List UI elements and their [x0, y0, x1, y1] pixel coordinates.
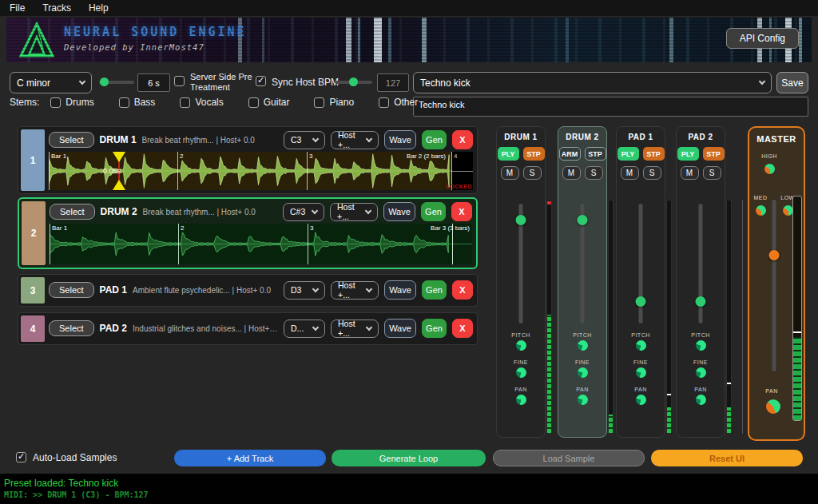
bpm-slider[interactable] — [336, 81, 372, 84]
solo-button[interactable]: S — [643, 166, 661, 180]
pan-knob[interactable] — [636, 395, 646, 405]
track-row[interactable]: 2 Select DRUM 2 Break beat rhythm... | H… — [18, 197, 478, 269]
generate-button[interactable]: Gen — [421, 202, 446, 221]
eq-high-knob[interactable] — [764, 164, 775, 174]
arm-button[interactable]: ARM — [559, 147, 581, 161]
wave-button[interactable]: Wave — [384, 280, 416, 300]
generate-button[interactable]: Gen — [422, 280, 447, 300]
stop-button[interactable]: STP — [523, 147, 545, 161]
mute-button[interactable]: M — [562, 166, 581, 180]
wave-button[interactable]: Wave — [384, 319, 416, 338]
track-color-tab[interactable]: 4 — [21, 315, 45, 342]
solo-button[interactable]: S — [523, 166, 542, 180]
track-color-tab[interactable]: 2 — [22, 201, 46, 265]
play-button[interactable]: PLY — [498, 147, 519, 161]
menu-tracks[interactable]: Tracks — [42, 2, 71, 14]
volume-fader[interactable] — [558, 204, 606, 323]
fader-thumb[interactable] — [636, 296, 646, 307]
api-config-button[interactable]: API Config — [726, 28, 799, 49]
track-select-button[interactable]: Select — [49, 320, 94, 336]
track-select-button[interactable]: Select — [50, 204, 95, 220]
fader-thumb[interactable] — [516, 215, 526, 225]
stem-piano-checkbox[interactable] — [314, 97, 324, 108]
duration-input[interactable] — [137, 73, 170, 92]
slider-thumb[interactable] — [349, 77, 358, 86]
server-side-checkbox[interactable] — [174, 76, 185, 86]
pan-knob[interactable] — [696, 395, 706, 405]
master-volume-fader[interactable] — [764, 200, 784, 371]
delete-track-button[interactable]: X — [451, 202, 472, 221]
note-select[interactable]: D3 — [284, 281, 325, 300]
generate-button[interactable]: Gen — [422, 130, 447, 149]
pitch-knob[interactable] — [578, 340, 588, 351]
sync-host-bpm-checkbox[interactable] — [256, 76, 266, 86]
stem-other[interactable]: Other — [379, 97, 418, 108]
generate-loop-button[interactable]: Generate Loop — [332, 450, 486, 466]
note-select[interactable]: D... — [284, 319, 325, 338]
track-row[interactable]: 1 Select DRUM 1 Break beat rhythm... | H… — [18, 126, 478, 194]
volume-fader[interactable] — [617, 204, 665, 323]
reset-ui-button[interactable]: Reset UI — [651, 450, 803, 466]
solo-button[interactable]: S — [703, 166, 721, 180]
fine-knob[interactable] — [696, 367, 706, 378]
wave-button[interactable]: Wave — [383, 202, 415, 221]
pan-knob[interactable] — [578, 395, 588, 405]
volume-fader[interactable] — [677, 204, 725, 323]
track-color-tab[interactable]: 1 — [21, 129, 45, 191]
track-select-button[interactable]: Select — [49, 132, 94, 148]
delete-track-button[interactable]: X — [452, 280, 473, 300]
add-track-button[interactable]: + Add Track — [174, 450, 326, 466]
auto-load-samples-checkbox[interactable] — [16, 452, 26, 462]
key-select[interactable]: C minor — [10, 72, 92, 93]
wave-button[interactable]: Wave — [384, 130, 416, 149]
load-sample-button[interactable]: Load Sample — [493, 450, 645, 466]
waveform-display[interactable]: Bar 1 2 3 Bar 3 (3 bars) — [50, 224, 472, 264]
track-row[interactable]: 3 Select PAD 1 Ambient flute psychedelic… — [18, 274, 478, 307]
playhead-top-icon[interactable] — [113, 152, 125, 162]
stem-bass-checkbox[interactable] — [119, 97, 129, 108]
play-button[interactable]: PLY — [677, 147, 699, 161]
stem-guitar[interactable]: Guitar — [248, 97, 290, 108]
note-select[interactable]: C3 — [284, 131, 325, 149]
playhead-bottom-icon[interactable] — [113, 180, 125, 190]
delete-track-button[interactable]: X — [452, 130, 473, 149]
generate-button[interactable]: Gen — [422, 319, 447, 338]
stem-vocals-checkbox[interactable] — [180, 97, 190, 108]
volume-fader[interactable] — [497, 204, 545, 323]
save-preset-button[interactable]: Save — [776, 72, 808, 93]
stop-button[interactable]: STP — [643, 147, 665, 161]
mute-button[interactable]: M — [501, 166, 519, 180]
preset-name-input[interactable] — [413, 97, 808, 117]
menu-help[interactable]: Help — [89, 2, 109, 14]
track-color-tab[interactable]: 3 — [21, 277, 45, 304]
stem-drums-checkbox[interactable] — [50, 97, 61, 108]
stem-piano[interactable]: Piano — [314, 97, 354, 108]
menu-file[interactable]: File — [10, 2, 25, 14]
fine-knob[interactable] — [636, 367, 646, 378]
delete-track-button[interactable]: X — [452, 319, 473, 338]
fine-knob[interactable] — [516, 367, 526, 378]
sync-mode-select[interactable]: Host +... — [331, 131, 379, 149]
fader-thumb[interactable] — [578, 215, 588, 225]
note-select[interactable]: C#3 — [283, 203, 324, 221]
sync-mode-select[interactable]: Host +... — [331, 281, 379, 300]
master-pan-knob[interactable] — [766, 399, 780, 414]
waveform-display[interactable]: Bar 1 2 3 Bar 2 (2 bars) 4 LOCKED 0.05s — [49, 152, 473, 190]
pitch-knob[interactable] — [516, 340, 526, 351]
stem-other-checkbox[interactable] — [379, 97, 389, 108]
solo-button[interactable]: S — [585, 166, 603, 180]
track-row[interactable]: 4 Select PAD 2 Industrial glitches and n… — [18, 312, 478, 345]
duration-slider[interactable] — [99, 81, 134, 84]
sync-mode-select[interactable]: Host +... — [330, 203, 378, 221]
pan-knob[interactable] — [516, 395, 526, 405]
stem-guitar-checkbox[interactable] — [248, 97, 259, 108]
pitch-knob[interactable] — [696, 340, 706, 351]
preset-select[interactable]: Techno kick — [413, 72, 772, 93]
slider-thumb[interactable] — [100, 77, 109, 86]
play-button[interactable]: PLY — [617, 147, 639, 161]
fader-thumb[interactable] — [696, 296, 706, 307]
stem-bass[interactable]: Bass — [119, 97, 156, 108]
stop-button[interactable]: STP — [585, 147, 606, 161]
pitch-knob[interactable] — [636, 340, 646, 351]
fader-thumb[interactable] — [769, 250, 780, 260]
